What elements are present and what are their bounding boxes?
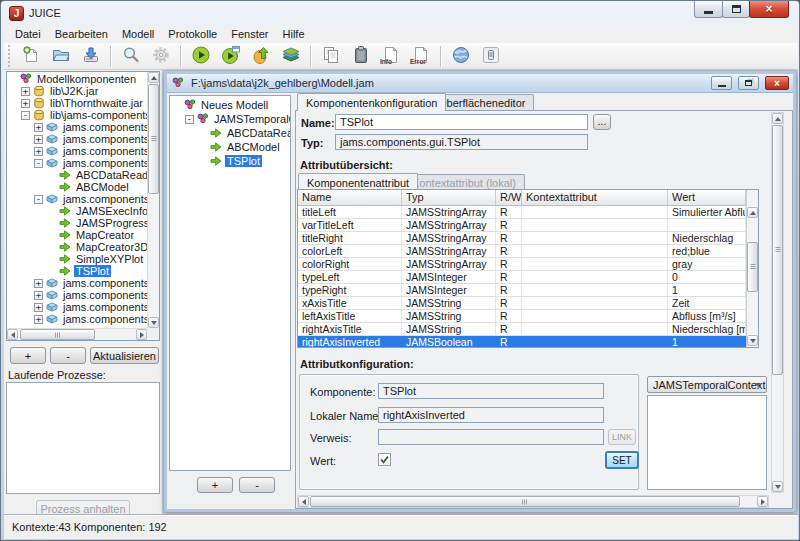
wert-checkbox[interactable] (378, 453, 391, 466)
expand-icon[interactable]: + (34, 291, 43, 300)
verweis-field[interactable] (378, 429, 604, 445)
tree-item-jamstemporalcontext[interactable]: -JAMSTemporalContext (172, 112, 290, 126)
tree-item-tsplot[interactable]: TSPlot (8, 265, 147, 277)
component-tree-hscrollbar[interactable] (7, 328, 147, 340)
running-processes-list[interactable] (6, 382, 160, 494)
model-tree-remove-button[interactable]: - (239, 477, 275, 493)
run-model-gui-button[interactable] (216, 44, 246, 69)
toolbar-handle[interactable] (8, 45, 12, 67)
column-header-r-w[interactable]: R/W (496, 190, 522, 205)
attribute-table-vscrollbar[interactable] (746, 190, 758, 347)
expand-icon[interactable]: + (34, 123, 43, 132)
menu-datei[interactable]: Datei (8, 26, 48, 42)
column-header-kontextattribut[interactable]: Kontextattribut (522, 190, 668, 205)
save-model-button[interactable] (76, 44, 106, 69)
copy-button[interactable] (316, 44, 346, 69)
collapse-icon[interactable]: - (21, 111, 30, 120)
attribute-row-typeright[interactable]: typeRightJAMSIntegerR1 (298, 284, 746, 297)
tab-kontextattribut[interactable]: Kontextattribut (lokal) (403, 174, 525, 190)
tree-item-tsplot[interactable]: TSPlot (172, 154, 290, 168)
config-pane-hscrollbar[interactable] (297, 495, 769, 508)
lokaler-name-field[interactable]: rightAxisInverted (378, 407, 604, 423)
attribute-row-titleleft[interactable]: titleLeftJAMSStringArrayRSimulierter Abf… (298, 206, 746, 219)
komponente-field[interactable]: TSPlot (378, 383, 604, 399)
minimize-button[interactable] (694, 1, 723, 18)
tree-item-jams-components-condit[interactable]: +jams.components.condit (8, 133, 147, 145)
refresh-libraries-button[interactable]: Aktualisieren (90, 347, 159, 364)
attribute-row-titleright[interactable]: titleRightJAMSStringArrayRNiederschlag (298, 232, 746, 245)
collapse-icon[interactable]: - (34, 195, 43, 204)
new-model-button[interactable] (16, 44, 46, 69)
tree-item-jams-components-demo[interactable]: -jams.components.demo. (8, 157, 147, 169)
tree-item-abcmodel[interactable]: ABCModel (8, 181, 147, 193)
component-tree-vscrollbar[interactable] (147, 72, 159, 328)
titlebar[interactable]: J JUICE × (1, 1, 799, 25)
tree-item-lib-j2k-jar[interactable]: +lib\J2K.jar (8, 85, 147, 97)
expand-icon[interactable]: + (34, 279, 43, 288)
tree-item-simplexyplot[interactable]: SimpleXYPlot (8, 253, 147, 265)
expand-icon[interactable]: + (34, 135, 43, 144)
tree-item-jams-components-io[interactable]: +jams.components.io (8, 289, 147, 301)
settings-button[interactable] (146, 44, 176, 69)
document-restore-button[interactable] (738, 76, 759, 90)
menu-hilfe[interactable]: Hilfe (276, 26, 312, 42)
name-input[interactable]: TSPlot (335, 114, 588, 130)
tab-komponentenkonfiguration[interactable]: Komponentenkonfiguration (297, 93, 446, 111)
error-log-button[interactable]: Error (406, 44, 436, 69)
set-button[interactable]: SET (605, 451, 639, 469)
expand-icon[interactable]: + (34, 147, 43, 156)
tree-item-modellkomponenten[interactable]: Modellkomponenten (8, 73, 147, 85)
document-minimize-button[interactable] (711, 76, 732, 90)
tree-item-abcdatareader[interactable]: ABCDataReader (8, 169, 147, 181)
context-attribute-list[interactable] (647, 395, 767, 490)
tree-item-mapcreator[interactable]: MapCreator (8, 229, 147, 241)
tree-item-jamsprogress[interactable]: JAMSProgress (8, 217, 147, 229)
menu-protokolle[interactable]: Protokolle (161, 26, 224, 42)
tree-item-lib-thornthwaite-jar[interactable]: +lib\Thornthwaite.jar (8, 97, 147, 109)
remove-library-button[interactable]: - (50, 347, 86, 364)
tree-item-jams-components-debug[interactable]: +jams.components.debug (8, 145, 147, 157)
info-log-button[interactable]: Info (376, 44, 406, 69)
tree-item-mapcreator3d[interactable]: MapCreator3D (8, 241, 147, 253)
device-button[interactable] (476, 44, 506, 69)
tree-item-lib-jams-components-jar[interactable]: -lib\jams-components.jar (8, 109, 147, 121)
column-header-typ[interactable]: Typ (402, 190, 496, 205)
config-pane-vscrollbar[interactable] (771, 112, 784, 493)
tree-item-jams-components-gui[interactable]: -jams.components.gui (8, 193, 147, 205)
model-tree-add-button[interactable]: + (197, 477, 233, 493)
collapse-icon[interactable]: - (185, 115, 194, 124)
expand-icon[interactable]: + (34, 315, 43, 324)
menu-fenster[interactable]: Fenster (224, 26, 275, 42)
run-model-button[interactable] (186, 44, 216, 69)
document-titlebar[interactable]: F:\jams\data\j2k_gehlberg\Modell.jam × (167, 74, 793, 93)
expand-icon[interactable]: + (21, 87, 30, 96)
tree-item-abcmodel[interactable]: ABCModel (172, 140, 290, 154)
paste-button[interactable] (346, 44, 376, 69)
attribute-row-xaxistitle[interactable]: xAxisTitleJAMSStringRZeit (298, 297, 746, 310)
open-model-button[interactable] (46, 44, 76, 69)
maximize-button[interactable] (722, 1, 750, 18)
search-button[interactable] (116, 44, 146, 69)
tree-item-jams-components-optimi[interactable]: +jams.components.optimi (8, 313, 147, 325)
menu-modell[interactable]: Modell (115, 26, 161, 42)
tree-item-neues-modell[interactable]: Neues Modell (172, 98, 290, 112)
tree-item-jams-components-gui-sp[interactable]: +jams.components.gui.sp (8, 277, 147, 289)
name-more-button[interactable]: ... (593, 114, 611, 130)
column-header-name[interactable]: Name (298, 190, 402, 205)
attribute-row-rightaxisinverted[interactable]: rightAxisInvertedJAMSBooleanR1 (298, 336, 746, 347)
model-builder-button[interactable] (246, 44, 276, 69)
map-layers-button[interactable] (276, 44, 306, 69)
menu-bearbeiten[interactable]: Bearbeiten (48, 26, 115, 42)
attribute-row-leftaxistitle[interactable]: leftAxisTitleJAMSStringRAbfluss [m³/s] (298, 310, 746, 323)
link-button[interactable]: LINK (608, 429, 636, 445)
tree-item-abcdatareader[interactable]: ABCDataReader (172, 126, 290, 140)
attribute-row-typeleft[interactable]: typeLeftJAMSIntegerR0 (298, 271, 746, 284)
typ-field[interactable]: jams.components.gui.TSPlot (335, 134, 588, 150)
document-close-button[interactable]: × (765, 76, 789, 90)
tree-item-jamsexecinfo[interactable]: JAMSExecInfo (8, 205, 147, 217)
context-selector[interactable]: JAMSTemporalContext (647, 376, 767, 393)
collapse-icon[interactable]: - (34, 159, 43, 168)
add-library-button[interactable]: + (10, 347, 46, 364)
column-header-wert[interactable]: Wert (668, 190, 746, 205)
attribute-row-colorleft[interactable]: colorLeftJAMSStringArrayRred;blue (298, 245, 746, 258)
